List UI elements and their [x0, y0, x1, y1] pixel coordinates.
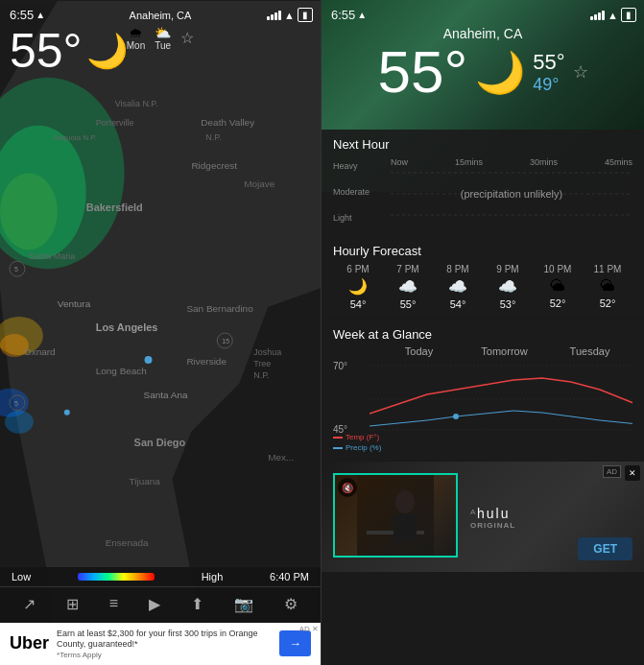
- chart-inner: Now 15mins 30mins 45mins (precipitation …: [391, 157, 632, 226]
- week-day-today: Today: [376, 345, 462, 357]
- svg-text:5: 5: [14, 400, 18, 407]
- week-y-hi: 70°: [333, 361, 367, 371]
- h0-icon: 🌙: [348, 277, 368, 296]
- svg-text:San Bernardino: San Bernardino: [186, 303, 253, 314]
- next-hour-chart: Heavy Moderate Light Now 15mins 30mins 4…: [333, 157, 632, 226]
- h1-time: 7 PM: [396, 264, 418, 274]
- ad-close[interactable]: AD ✕: [299, 625, 319, 633]
- right-nav-icon: ▲: [357, 10, 367, 20]
- svg-text:Oxnard: Oxnard: [24, 346, 56, 357]
- x-45: 45mins: [605, 157, 632, 167]
- hulu-logo: hulu: [477, 506, 510, 521]
- week-chart: 70° 45° Temp (F°) Precip (%): [333, 361, 632, 452]
- svg-point-4: [0, 173, 58, 249]
- week-day-tomorrow: Tomorrow: [462, 345, 547, 357]
- h4-icon: 🌥: [550, 277, 565, 295]
- hourly-item-0: 6 PM 🌙 54°: [333, 264, 383, 310]
- x-30: 30mins: [530, 157, 558, 167]
- left-star[interactable]: ☆: [180, 29, 194, 47]
- svg-text:Ventura: Ventura: [58, 298, 91, 309]
- svg-text:San Diego: San Diego: [134, 437, 186, 448]
- right-city-label: Anaheim, CA: [322, 25, 644, 42]
- svg-text:Santa Ana: Santa Ana: [144, 390, 188, 400]
- right-content[interactable]: Next Hour Heavy Moderate Light Now 15min…: [322, 130, 644, 665]
- hourly-title: Hourly Forecast: [333, 244, 632, 258]
- chart-y-labels: Heavy Moderate Light: [333, 161, 386, 223]
- hourly-item-4: 10 PM 🌥 52°: [533, 264, 583, 310]
- hourly-item-3: 9 PM ☁️ 53°: [483, 264, 533, 310]
- toolbar-settings[interactable]: ⚙: [280, 593, 301, 615]
- legend-precip-line: [333, 447, 343, 449]
- signal-icon: [267, 11, 281, 20]
- svg-text:Visalia N.P.: Visalia N.P.: [115, 99, 158, 108]
- week-day-tuesday: Tuesday: [547, 345, 632, 357]
- h2-temp: 54°: [450, 298, 466, 310]
- label-moderate: Moderate: [333, 187, 386, 197]
- hourly-item-5: 11 PM 🌥 52°: [583, 264, 632, 310]
- ad-cta[interactable]: →: [279, 630, 311, 656]
- h5-time: 11 PM: [594, 264, 622, 274]
- week-y-axis: 70° 45°: [333, 361, 367, 435]
- toolbar-location[interactable]: ↗: [19, 593, 39, 615]
- toolbar-share[interactable]: ⬆: [187, 593, 207, 615]
- legend-time: 6:40 PM: [270, 571, 309, 582]
- x-now: Now: [391, 157, 408, 167]
- h4-temp: 52°: [550, 297, 566, 309]
- svg-rect-50: [394, 513, 417, 542]
- hourly-item-2: 8 PM ☁️ 54°: [433, 264, 483, 310]
- toolbar-play[interactable]: ▶: [145, 593, 164, 615]
- h5-icon: 🌥: [600, 277, 615, 295]
- svg-text:Mex...: Mex...: [268, 452, 294, 463]
- get-button[interactable]: GET: [578, 537, 632, 560]
- hourly-row: 6 PM 🌙 54° 7 PM ☁️ 55° 8 PM ☁️ 54° 9 PM …: [333, 264, 632, 310]
- toolbar: ↗ ⊞ ≡ ▶ ⬆ 📷 ⚙: [0, 586, 321, 623]
- svg-point-38: [145, 356, 153, 364]
- svg-text:Bakersfield: Bakersfield: [86, 202, 143, 213]
- forecast-mon-icon: 🌧: [129, 25, 142, 40]
- label-light: Light: [333, 213, 386, 223]
- svg-text:N.P.: N.P.: [205, 132, 221, 142]
- right-temp-big: 55°: [377, 42, 467, 102]
- legend-precip: Precip (%): [333, 443, 381, 452]
- svg-point-8: [5, 411, 34, 434]
- ad-text: Earn at least $2,300 for your first 300 …: [57, 629, 272, 651]
- forecast-tue: ⛅ Tue: [155, 25, 171, 51]
- svg-text:Riverside: Riverside: [186, 356, 227, 367]
- forecast-tue-icon: ⛅: [155, 25, 171, 40]
- svg-point-49: [395, 490, 415, 513]
- right-star[interactable]: ☆: [573, 61, 588, 83]
- next-hour-section: Next Hour Heavy Moderate Light Now 15min…: [322, 130, 644, 234]
- h1-temp: 55°: [400, 298, 417, 310]
- ad-label: AD: [603, 465, 621, 478]
- toolbar-map[interactable]: ⊞: [62, 593, 83, 615]
- week-chart-svg: [370, 361, 632, 438]
- toolbar-layers[interactable]: ≡: [106, 593, 122, 615]
- right-panel: 6:55 ▲ ▲ ▮ Anaheim, CA 55° 🌙 55° 49° ☆ N…: [322, 0, 644, 665]
- ad-close-btn[interactable]: ✕: [625, 465, 640, 481]
- svg-text:Death Valley: Death Valley: [201, 117, 254, 128]
- svg-text:Joshua: Joshua: [253, 347, 281, 357]
- legend-precip-label: Precip (%): [346, 443, 381, 452]
- right-battery: ▮: [621, 8, 636, 22]
- svg-text:Los Angeles: Los Angeles: [96, 321, 158, 333]
- left-nav-icon: ▲: [36, 10, 45, 20]
- left-temp: 55°: [10, 27, 83, 75]
- ad-banner[interactable]: Uber Earn at least $2,300 for your first…: [0, 623, 321, 665]
- toolbar-camera[interactable]: 📷: [230, 593, 257, 615]
- ad-content: Earn at least $2,300 for your first 300 …: [57, 629, 272, 659]
- chart-x-labels: Now 15mins 30mins 45mins: [391, 157, 632, 167]
- left-status-icons: ▲ ▮: [267, 8, 313, 22]
- map-view[interactable]: Visalia N.P. Porterville Death Valley N.…: [0, 0, 321, 665]
- battery-icon: ▮: [298, 8, 313, 22]
- hulu-ad[interactable]: 🔇 A hulu ORIGINAL AD ✕ GET: [322, 462, 644, 572]
- legend-temp-line: [333, 437, 343, 439]
- svg-text:15: 15: [222, 338, 229, 344]
- h0-time: 6 PM: [346, 264, 369, 274]
- left-forecast: 🌧 Mon ⛅ Tue ☆: [127, 25, 194, 51]
- legend-low: Low: [12, 571, 31, 582]
- svg-text:Tijuana: Tijuana: [130, 476, 161, 487]
- right-status-bar: 6:55 ▲: [331, 8, 367, 22]
- mute-button[interactable]: 🔇: [338, 478, 357, 497]
- h0-temp: 54°: [350, 298, 367, 310]
- right-temp-lo: 49°: [533, 75, 564, 95]
